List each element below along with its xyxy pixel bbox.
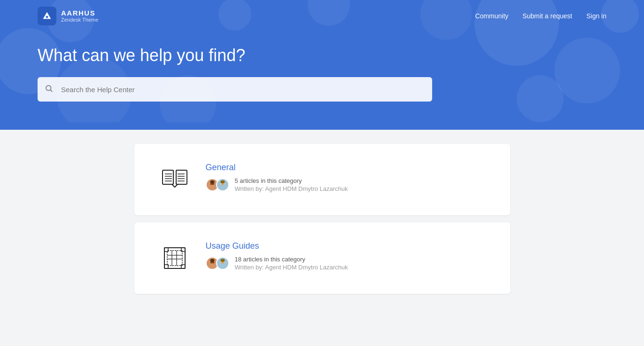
card-meta-text-general: 5 articles in this category Written by: … <box>235 177 348 192</box>
avatar-4 <box>216 257 229 270</box>
nav-links: Community Submit a request Sign in <box>475 12 606 20</box>
written-by-usage-guides: Written by: Agent HDM Dmytro Lazarchuk <box>235 264 348 271</box>
card-meta-general: 5 articles in this category Written by: … <box>206 177 348 192</box>
hero-title: What can we help you find? <box>38 46 606 65</box>
search-container <box>38 77 432 102</box>
svg-rect-37 <box>167 251 182 266</box>
category-card-usage-guides: Usage Guides <box>134 222 510 294</box>
sign-in-link[interactable]: Sign in <box>586 12 606 20</box>
svg-rect-14 <box>163 170 173 184</box>
category-body-usage-guides: Usage Guides <box>206 241 348 271</box>
card-meta-text-usage-guides: 18 articles in this category Written by:… <box>235 256 348 271</box>
logo[interactable]: AARHUS Zendesk Theme <box>38 7 98 25</box>
svg-point-34 <box>220 181 225 184</box>
card-meta-usage-guides: 18 articles in this category Written by:… <box>206 256 348 271</box>
community-link[interactable]: Community <box>475 12 509 20</box>
category-body-general: General <box>206 163 348 192</box>
avatars-usage-guides <box>206 257 229 270</box>
submit-request-link[interactable]: Submit a request <box>522 12 572 20</box>
avatar-2 <box>216 178 229 191</box>
svg-point-55 <box>221 262 224 263</box>
category-icon-grid <box>158 241 192 275</box>
category-title-usage-guides[interactable]: Usage Guides <box>206 241 348 251</box>
svg-point-50 <box>210 259 214 262</box>
svg-point-11 <box>46 16 48 18</box>
articles-count-usage-guides: 18 articles in this category <box>235 256 348 263</box>
category-title-general[interactable]: General <box>206 163 348 173</box>
hero-section: What can we help you find? <box>0 31 644 102</box>
logo-subtitle: Zendesk Theme <box>61 17 98 23</box>
svg-point-54 <box>220 259 225 262</box>
svg-point-30 <box>210 181 214 184</box>
svg-point-33 <box>219 185 226 189</box>
svg-rect-15 <box>176 170 187 184</box>
svg-point-29 <box>209 185 216 189</box>
logo-icon <box>38 7 56 25</box>
svg-line-13 <box>50 90 52 91</box>
search-input[interactable] <box>38 77 432 102</box>
category-icon-book <box>158 163 192 197</box>
avatars-general <box>206 178 229 191</box>
logo-text: AARHUS Zendesk Theme <box>61 9 98 23</box>
category-card-general: General <box>134 144 510 215</box>
written-by-general: Written by: Agent HDM Dmytro Lazarchuk <box>235 185 348 192</box>
svg-point-53 <box>219 263 226 268</box>
page-header: AARHUS Zendesk Theme Community Submit a … <box>0 0 644 130</box>
articles-count-general: 5 articles in this category <box>235 177 348 184</box>
logo-name: AARHUS <box>61 9 98 17</box>
top-nav: AARHUS Zendesk Theme Community Submit a … <box>0 0 644 31</box>
svg-point-35 <box>221 183 224 185</box>
search-icon <box>45 84 53 94</box>
svg-point-49 <box>209 263 216 268</box>
main-content: General <box>125 144 520 294</box>
